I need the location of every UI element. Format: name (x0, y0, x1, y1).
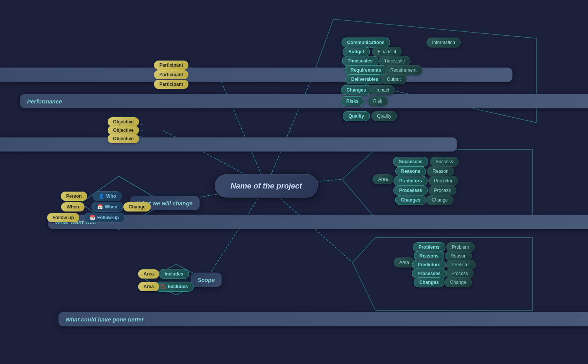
perf-information: Information (426, 38, 461, 48)
perf-communications: Communications (341, 38, 390, 48)
includes-area: Area (138, 269, 159, 279)
perf-requirement: Requirement (385, 65, 423, 75)
participant-1: Participant (154, 61, 188, 70)
includes-pill: Includes (159, 269, 189, 279)
what-could-better-node: What could have gone better (59, 312, 588, 326)
central-node: Name of the project (215, 174, 318, 198)
perf-timescales: Timescales (342, 56, 378, 66)
perf-risks: Risks (341, 96, 364, 106)
followup-icon-node: 📅 Follow-up (84, 213, 125, 223)
central-label: Name of the project (231, 182, 302, 190)
objective-2: Objective (108, 126, 139, 135)
when-pill: When (61, 202, 85, 212)
what-went-well-node: What went well (48, 215, 588, 229)
perf-quality: Quality (343, 111, 370, 121)
wwwell-reason: Reason (427, 166, 454, 176)
performance-node: Performance (20, 94, 588, 108)
wwwell-changes: Changes (395, 195, 426, 205)
perf-deliverables: Deliverables (346, 74, 384, 84)
when-icon-node: 📅 When (92, 202, 123, 212)
perf-changes: Changes (341, 85, 372, 95)
wwwell-reasons: Reasons (395, 166, 426, 176)
wwwell-predictor: Predictor (428, 176, 458, 186)
followup-label: Follow-up (97, 215, 119, 220)
wwwell-successes: Successes (393, 157, 428, 167)
excludes-pill: 🚫 Excludes (154, 282, 194, 292)
followup-pill: Follow up (47, 213, 79, 222)
wwwell-success: Success (430, 157, 459, 167)
change-pill: Change (123, 202, 151, 212)
person-pill: Person (61, 192, 87, 201)
perf-financial: Financial (372, 47, 402, 57)
who-icon-node: 👤 Who (93, 191, 122, 201)
svg-line-2 (266, 73, 314, 186)
perf-budget: Budget (342, 47, 370, 57)
wwwell-predictors: Predictors (393, 176, 427, 186)
participant-2: Participant (154, 70, 188, 79)
excludes-area: Area (138, 282, 159, 291)
performance-label: Performance (27, 98, 62, 105)
svg-line-6 (206, 186, 266, 280)
perf-impact: Impact (370, 85, 395, 95)
participants-node: Participants (0, 68, 513, 82)
perf-requirements: Requirements (345, 65, 387, 75)
wwwell-process: Process (428, 185, 456, 195)
scope-node: Scope (190, 273, 221, 287)
wwwell-change: Change (426, 195, 454, 205)
wwwell-processes: Processes (393, 185, 428, 195)
perf-output: Output (381, 74, 406, 84)
perf-quality-val: Quality (371, 111, 397, 121)
who-label: Who (106, 193, 116, 199)
objective-1: Objective (108, 117, 139, 126)
perf-risk: Risk (367, 96, 388, 106)
participant-3: Participant (154, 80, 188, 89)
wwwell-area: Area (372, 174, 393, 184)
objectives-node: Objectives (0, 138, 457, 152)
what-could-better-label: What could have gone better (66, 316, 144, 323)
objective-3: Objective (108, 134, 139, 143)
when-label: When (105, 204, 118, 210)
wcbetter-changes: Changes (414, 277, 445, 287)
scope-label: Scope (197, 277, 215, 283)
wcbetter-area: Area (393, 257, 414, 267)
svg-line-0 (218, 75, 266, 186)
perf-timescale: Timescale (378, 56, 411, 66)
wcbetter-change: Change (444, 277, 472, 287)
